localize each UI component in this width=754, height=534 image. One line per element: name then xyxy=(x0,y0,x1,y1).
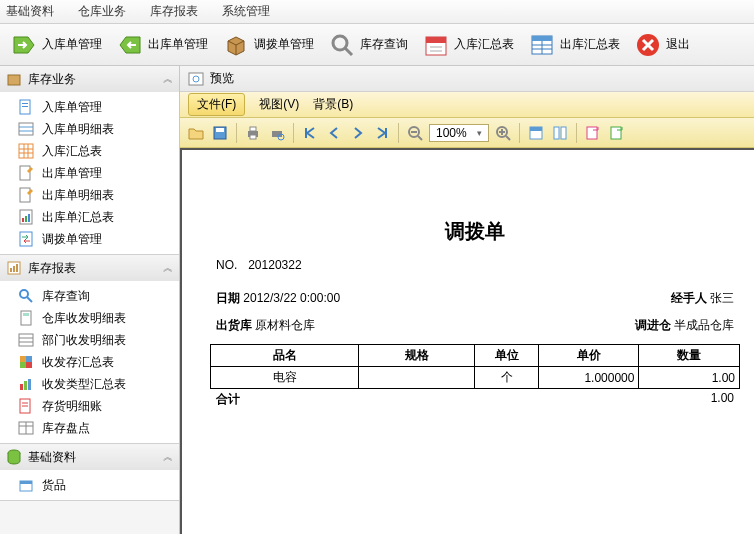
label: 出库单管理 xyxy=(42,165,102,182)
collapse-icon: ︽ xyxy=(163,72,173,86)
chart-icon xyxy=(18,376,34,392)
menu-file[interactable]: 文件(F) xyxy=(188,93,245,116)
save-button[interactable] xyxy=(210,123,230,143)
svg-rect-15 xyxy=(22,106,28,107)
document-viewport[interactable]: 调拨单 NO. 20120322 日期 2012/3/22 0:00:00 经手… xyxy=(180,148,754,534)
outbound-button[interactable]: 出库单管理 xyxy=(110,27,214,63)
sidebar-item[interactable]: 收发类型汇总表 xyxy=(0,373,179,395)
first-page-button[interactable] xyxy=(300,123,320,143)
sidebar-item[interactable]: 入库汇总表 xyxy=(0,140,179,162)
label: 入库单管理 xyxy=(42,36,102,53)
goods-icon xyxy=(18,477,34,493)
panel-header-basic[interactable]: 基础资料 ︽ xyxy=(0,444,179,470)
open-button[interactable] xyxy=(186,123,206,143)
menubar: 基础资料 仓库业务 库存报表 系统管理 xyxy=(0,0,754,24)
panel-header-warehouse[interactable]: 库存业务 ︽ xyxy=(0,66,179,92)
svg-rect-47 xyxy=(24,381,27,390)
preview-menubar: 文件(F) 视图(V) 背景(B) xyxy=(180,92,754,118)
sidebar-item[interactable]: 收发存汇总表 xyxy=(0,351,179,373)
label: 库存查询 xyxy=(42,288,90,305)
svg-rect-7 xyxy=(532,36,552,41)
svg-rect-63 xyxy=(250,127,256,131)
outbound-icon xyxy=(116,31,144,59)
sidebar-item[interactable]: 仓库收发明细表 xyxy=(0,307,179,329)
label: 预览 xyxy=(210,70,234,87)
label: 出库单管理 xyxy=(148,36,208,53)
svg-rect-14 xyxy=(22,103,28,104)
svg-rect-44 xyxy=(20,362,26,368)
svg-line-36 xyxy=(27,297,32,302)
transfer-icon xyxy=(18,231,34,247)
svg-rect-33 xyxy=(13,266,15,272)
send-button[interactable] xyxy=(607,123,627,143)
sidebar-item[interactable]: 出库单明细表 xyxy=(0,184,179,206)
last-page-button[interactable] xyxy=(372,123,392,143)
th: 数量 xyxy=(639,345,740,367)
sidebar-item[interactable]: 入库单明细表 xyxy=(0,118,179,140)
label: 库存查询 xyxy=(360,36,408,53)
svg-rect-43 xyxy=(26,356,32,362)
panel-header-reports[interactable]: 库存报表 ︽ xyxy=(0,255,179,281)
label: 出库汇总表 xyxy=(560,36,620,53)
svg-rect-32 xyxy=(10,268,12,272)
sidebar: 库存业务 ︽ 入库单管理 入库单明细表 入库汇总表 出库单管理 出库单明细表 出… xyxy=(0,66,180,534)
main-toolbar: 入库单管理 出库单管理 调拨单管理 库存查询 入库汇总表 出库汇总表 退出 xyxy=(0,24,754,66)
svg-rect-39 xyxy=(19,334,33,346)
menu-item[interactable]: 库存报表 xyxy=(150,3,198,20)
inbound-summary-button[interactable]: 入库汇总表 xyxy=(416,27,520,63)
table-icon xyxy=(528,31,556,59)
svg-line-73 xyxy=(506,136,510,140)
sidebar-item[interactable]: 部门收发明细表 xyxy=(0,329,179,351)
svg-point-0 xyxy=(333,36,347,50)
th: 单价 xyxy=(538,345,639,367)
label: 入库单管理 xyxy=(42,99,102,116)
search-icon xyxy=(18,288,34,304)
prev-page-button[interactable] xyxy=(324,123,344,143)
exit-button[interactable]: 退出 xyxy=(628,27,696,63)
zoom-select[interactable]: 100%▾ xyxy=(429,124,489,142)
sidebar-item[interactable]: 出库单管理 xyxy=(0,162,179,184)
print-preview-button[interactable] xyxy=(267,123,287,143)
label: 调拨单管理 xyxy=(42,231,102,248)
next-page-button[interactable] xyxy=(348,123,368,143)
grid-icon xyxy=(18,143,34,159)
transfer-button[interactable]: 调拨单管理 xyxy=(216,27,320,63)
menu-item[interactable]: 仓库业务 xyxy=(78,3,126,20)
zoom-in-button[interactable] xyxy=(493,123,513,143)
menu-view[interactable]: 视图(V) xyxy=(259,96,299,113)
label: 入库单明细表 xyxy=(42,121,114,138)
total-row: 合计 1.00 xyxy=(210,389,740,410)
calc-icon xyxy=(18,310,34,326)
collapse-icon: ︽ xyxy=(163,450,173,464)
outbound-summary-button[interactable]: 出库汇总表 xyxy=(522,27,626,63)
sidebar-item[interactable]: 存货明细账 xyxy=(0,395,179,417)
zoom-out-button[interactable] xyxy=(405,123,425,143)
sidebar-item[interactable]: 入库单管理 xyxy=(0,96,179,118)
export-button[interactable] xyxy=(583,123,603,143)
th: 品名 xyxy=(211,345,359,367)
svg-rect-16 xyxy=(19,123,33,135)
menu-item[interactable]: 基础资料 xyxy=(6,3,54,20)
preview-tab[interactable]: 预览 xyxy=(180,66,754,92)
preview-icon xyxy=(188,71,204,87)
list-icon xyxy=(18,332,34,348)
doc-edit-icon xyxy=(18,165,34,181)
inbound-button[interactable]: 入库单管理 xyxy=(4,27,108,63)
columns-button[interactable] xyxy=(550,123,570,143)
sidebar-item[interactable]: 出库单汇总表 xyxy=(0,206,179,228)
menu-background[interactable]: 背景(B) xyxy=(313,96,353,113)
collapse-icon: ︽ xyxy=(163,261,173,275)
box-icon xyxy=(222,31,250,59)
svg-rect-45 xyxy=(26,362,32,368)
sidebar-item[interactable]: 库存盘点 xyxy=(0,417,179,439)
print-button[interactable] xyxy=(243,123,263,143)
sidebar-item[interactable]: 调拨单管理 xyxy=(0,228,179,250)
menu-item[interactable]: 系统管理 xyxy=(222,3,270,20)
layout-button[interactable] xyxy=(526,123,546,143)
query-button[interactable]: 库存查询 xyxy=(322,27,414,63)
sidebar-item[interactable]: 货品 xyxy=(0,474,179,496)
sidebar-item[interactable]: 库存查询 xyxy=(0,285,179,307)
document-page: 调拨单 NO. 20120322 日期 2012/3/22 0:00:00 经手… xyxy=(180,148,754,534)
svg-rect-42 xyxy=(20,356,26,362)
package-icon xyxy=(6,71,22,87)
